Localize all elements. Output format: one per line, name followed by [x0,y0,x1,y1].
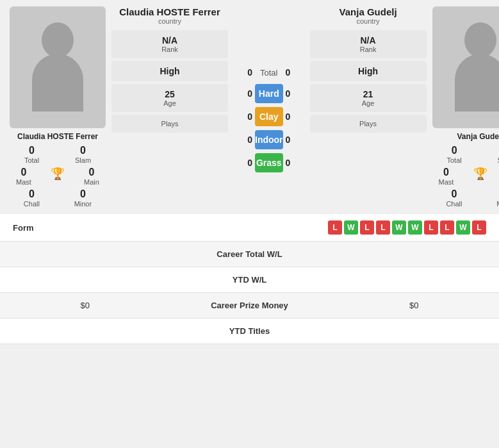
player1-trophy-icon: 🏆 [51,167,65,181]
player1-title-area: Claudia HOSTE Ferrer country [111,6,228,25]
clay-score-left: 0 [233,112,252,122]
main-container: Claudia HOSTE Ferrer 0 Total 0 Slam 0 Ma… [0,0,499,344]
player2-total-label: Total [446,156,461,164]
ytd-wl-label: YTD W/L [13,275,486,285]
player1-total-cell: 0 Total [24,145,39,164]
indoor-score-right: 0 [286,135,305,145]
career-wl-row: Career Total W/L [0,242,499,267]
center-area: 0 Total 0 0 Hard 0 0 Clay 0 0 Indoor 0 0 [231,6,307,208]
player1-slam-label: Slam [75,156,91,164]
player2-high-box: High [310,61,427,81]
clay-button[interactable]: Clay [255,107,283,126]
ytd-titles-row: YTD Titles [0,319,499,344]
indoor-button[interactable]: Indoor [255,130,283,149]
player1-silhouette [29,16,86,119]
player1-minor-value: 0 [74,188,92,200]
player1-minor-label: Minor [74,200,92,208]
form-row: Form LWLLWWLLWL [0,214,499,242]
player2-info-panel: Vanja Gudelj country N/A Rank High 21 Ag… [307,6,429,208]
player1-age-value: 25 [117,89,223,99]
player2-stats-row1: 0 Total 0 Slam [429,145,499,164]
player1-chall-label: Chall [24,200,40,208]
player1-mast-cell: 0 Mast [16,167,31,186]
player1-prize: $0 [13,301,90,310]
player1-rank-value: N/A [117,35,223,46]
ytd-wl-row: YTD W/L [0,267,499,293]
player2-silhouette [452,16,499,119]
career-wl-label: Career Total W/L [13,249,486,259]
player2-age-value: 21 [315,89,421,99]
player2-mast-label: Mast [439,178,454,186]
player1-stats-row1: 0 Total 0 Slam [6,145,109,164]
form-badge: L [440,220,454,235]
player2-prize: $0 [409,301,486,310]
player1-total-value: 0 [24,145,39,156]
player1-age-label: Age [117,99,223,107]
player1-slam-value: 0 [75,145,91,156]
player2-chall-cell: 0 Chall [446,188,462,208]
total-score-right: 0 [286,67,305,78]
player1-body [32,54,83,112]
player2-rank-value: N/A [315,35,421,46]
player1-stats-row3: 0 Chall 0 Minor [6,188,109,208]
player1-avatar [10,6,106,128]
player1-stats-row2: 0 Mast 🏆 0 Main [6,167,109,186]
form-badge: W [456,220,470,235]
player1-slam-cell: 0 Slam [75,145,91,164]
form-badge: W [344,220,358,235]
form-label: Form [13,223,34,233]
form-badge: L [376,220,390,235]
player1-main-cell: 0 Main [84,167,99,186]
form-badge: L [472,220,486,235]
player1-trophy-cell: 🏆 [51,167,65,186]
grass-score-left: 0 [233,158,252,168]
indoor-score-left: 0 [233,135,252,145]
player2-trophy-icon: 🏆 [473,167,487,181]
hard-row: 0 Hard 0 [233,84,305,103]
player2-age-label: Age [315,99,421,107]
player1-main-label: Main [84,178,99,186]
player2-trophy-cell: 🏆 [473,167,487,186]
form-badge: L [424,220,438,235]
indoor-row: 0 Indoor 0 [233,130,305,149]
player2-plays-box: Plays [310,115,427,133]
player2-minor-label: Minor [496,200,499,208]
total-row: 0 Total 0 [233,67,305,78]
form-badge: L [360,220,374,235]
grass-score-right: 0 [286,158,305,168]
hard-score-left: 0 [233,88,252,99]
player1-chall-value: 0 [24,188,40,200]
grass-button[interactable]: Grass [255,153,283,172]
player2-full-name: Vanja Gudelj [310,6,427,17]
players-section: Claudia HOSTE Ferrer 0 Total 0 Slam 0 Ma… [0,0,499,214]
player1-rank-box: N/A Rank [111,30,228,58]
player1-main-value: 0 [84,167,99,178]
player2-rank-box: N/A Rank [310,30,427,58]
total-score-left: 0 [233,67,252,78]
player2-stats-row3: 0 Chall 0 Minor [429,188,499,208]
player2-chall-label: Chall [446,200,462,208]
player2-minor-cell: 0 Minor [496,188,499,208]
player1-age-box: 25 Age [111,84,228,112]
player2-chall-value: 0 [446,188,462,200]
form-badge: W [408,220,422,235]
player1-high-box: High [111,61,228,81]
player1-rank-label: Rank [117,46,223,53]
player1-info-panel: Claudia HOSTE Ferrer country N/A Rank Hi… [109,6,231,208]
player2-title-area: Vanja Gudelj country [310,6,427,25]
player1-name-below: Claudia HOSTE Ferrer [17,132,98,141]
player1-photo-card: Claudia HOSTE Ferrer 0 Total 0 Slam 0 Ma… [6,6,109,208]
player1-plays-box: Plays [111,115,228,133]
player1-mast-value: 0 [16,167,31,178]
clay-row: 0 Clay 0 [233,107,305,126]
player2-name-below: Vanja Gudelj [457,132,499,141]
player2-stats-row2: 0 Mast 🏆 0 Main [429,167,499,186]
hard-button[interactable]: Hard [255,84,283,103]
player1-minor-cell: 0 Minor [74,188,92,208]
form-badge: W [392,220,406,235]
player2-total-value: 0 [446,145,461,156]
player2-high-value: High [315,66,421,76]
career-prize-label: Career Prize Money [90,301,409,310]
player1-chall-cell: 0 Chall [24,188,40,208]
player2-minor-value: 0 [496,188,499,200]
